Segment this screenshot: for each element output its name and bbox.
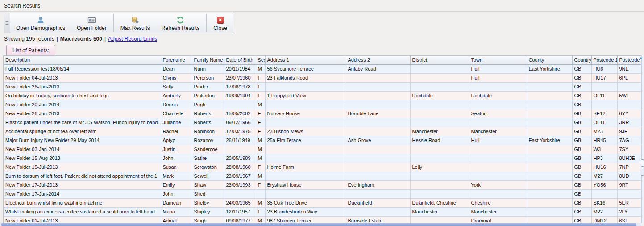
- table-row[interactable]: Electrical burn whilst fixing washing ma…: [4, 198, 641, 207]
- cell: F: [256, 109, 265, 118]
- cell: F: [256, 73, 265, 82]
- cell: [527, 109, 572, 118]
- cell: GB: [572, 189, 591, 198]
- table-row[interactable]: Burn to dorsum of left foot. Patient did…: [4, 172, 641, 180]
- cell: GB: [572, 64, 591, 73]
- refresh-results-button[interactable]: Refresh Results: [156, 13, 205, 33]
- cell: M: [256, 172, 265, 180]
- horizontal-scrollbar[interactable]: [0, 223, 641, 226]
- cell: [617, 82, 641, 91]
- table-row[interactable]: New Folder 26-Jun-2013ChantelleRoberts15…: [4, 109, 641, 118]
- cell: SE12: [591, 109, 617, 118]
- cell: [527, 73, 572, 82]
- cell: Rochdale: [469, 91, 527, 100]
- table-row[interactable]: Accidental spillage of hot tea over left…: [4, 127, 641, 136]
- cell: 23/09/1993: [224, 180, 256, 189]
- cell: [224, 100, 256, 109]
- cell: Bramble Lane: [346, 109, 410, 118]
- table-row[interactable]: New Folder 03-Jan-2014JustinSandercoeMGB…: [4, 145, 641, 154]
- table-row[interactable]: New Folder 15-Jul-2013SusanScrowston28/0…: [4, 163, 641, 172]
- cell: John: [161, 189, 192, 198]
- status-separator: |: [57, 36, 58, 42]
- column-header-address-2[interactable]: Address 2: [346, 56, 410, 64]
- cell: New Folder 26-Jun-2013: [4, 109, 161, 118]
- cell: [346, 100, 410, 109]
- toolbar-grip-handle[interactable]: ☰: [4, 13, 10, 33]
- cell: 6YY: [617, 109, 641, 118]
- toolbar-separator: [206, 14, 207, 32]
- adjust-record-limits-link[interactable]: Adjust Record Limits: [108, 36, 157, 42]
- column-header-description[interactable]: Description: [4, 56, 161, 64]
- cell: [527, 189, 572, 198]
- column-header-label: Sex: [258, 57, 266, 63]
- cell: Hull: [469, 64, 527, 73]
- column-header-postcode-2[interactable]: Postcode 2: [617, 56, 641, 64]
- column-header-sex[interactable]: Sex: [256, 56, 265, 64]
- cell: Manchester: [410, 207, 469, 216]
- tab-list-of-patients[interactable]: List of Patients:: [6, 45, 55, 55]
- cell: Cheshire: [469, 198, 527, 207]
- close-button[interactable]: ✕ Close: [208, 13, 233, 33]
- column-header-town[interactable]: Town: [469, 56, 527, 64]
- column-header-family-name[interactable]: Family Name△: [192, 56, 224, 64]
- column-header-district[interactable]: District: [410, 56, 469, 64]
- column-header-county[interactable]: County: [527, 56, 572, 64]
- cell: New Folder 15-Aug-2013: [4, 154, 161, 163]
- cell: [527, 163, 572, 172]
- cell: [410, 100, 469, 109]
- cell: [617, 100, 641, 109]
- tab-label: List of Patients:: [12, 47, 49, 54]
- cell: 28/08/1960: [224, 163, 256, 172]
- cell: GB: [572, 127, 591, 136]
- column-header-label: County: [529, 57, 544, 63]
- column-header-date-of-birth[interactable]: Date of Birth: [224, 56, 256, 64]
- table-row[interactable]: New Folder 26-Jun-2013SallyPinder17/08/1…: [4, 82, 641, 91]
- cell: 8UH3E: [617, 154, 641, 163]
- cell: Sandercoe: [192, 145, 224, 154]
- table-row[interactable]: New Folder 17-Jul-2013EmilyShaw23/09/199…: [4, 180, 641, 189]
- cell: Shaw: [192, 180, 224, 189]
- column-header-forename[interactable]: Forename: [161, 56, 192, 64]
- table-row[interactable]: Major Burn Injury New Folder 29-May-2014…: [4, 136, 641, 145]
- cell: 23/07/1960: [224, 73, 256, 82]
- open-folder-label: Open Folder: [77, 25, 107, 31]
- scroll-up-arrow-icon[interactable]: ▲: [639, 56, 643, 60]
- column-header-country[interactable]: Country: [572, 56, 591, 64]
- cell: Manchester: [469, 127, 527, 136]
- cell: [346, 127, 410, 136]
- table-row[interactable]: New Folder 17-Jan-2014JohnShedGB: [4, 189, 641, 198]
- table-row[interactable]: Full Regression test 18/06/14DeanNunn20/…: [4, 64, 641, 73]
- cell: [410, 82, 469, 91]
- window-title: Search Results: [4, 3, 40, 9]
- max-results-button[interactable]: Max Results: [115, 13, 156, 33]
- open-folder-button[interactable]: Open Folder: [71, 13, 112, 33]
- table-row[interactable]: Plastics patient under the care of Mr J …: [4, 118, 641, 127]
- cell: Maria: [161, 207, 192, 216]
- column-header-label: Date of Birth: [226, 57, 253, 63]
- cell: 9RT: [617, 180, 641, 189]
- table-row[interactable]: New Folder 04-Jul-2013GlynisPererson23/0…: [4, 73, 641, 82]
- table-row[interactable]: New Folder 20-Jan-2014DennisPughMGB: [4, 100, 641, 109]
- cell: HU6: [591, 64, 617, 73]
- open-demographics-button[interactable]: Open Demographics: [10, 13, 71, 33]
- cell: GB: [572, 100, 591, 109]
- column-header-label: Forename: [163, 57, 185, 63]
- vertical-scrollbar[interactable]: ▲ ☰: [641, 55, 644, 223]
- tab-strip: List of Patients:: [0, 43, 644, 55]
- table-row[interactable]: On holiday in Turkey, sunburn to chest a…: [4, 91, 641, 100]
- column-header-postcode-1[interactable]: Postcode 1: [591, 56, 617, 64]
- cell: [410, 145, 469, 154]
- cell: [527, 207, 572, 216]
- person-icon: [37, 16, 45, 25]
- cell: [346, 154, 410, 163]
- cell: 15/05/2002: [224, 109, 256, 118]
- horizontal-scrollbar-thumb[interactable]: [1, 223, 636, 226]
- cell: Damean: [161, 198, 192, 207]
- cell: New Folder 03-Jan-2014: [4, 145, 161, 154]
- cell: 23 Bishop Mews: [265, 127, 346, 136]
- column-header-address-1[interactable]: Address 1: [265, 56, 346, 64]
- vertical-scrollbar-thumb[interactable]: ☰: [641, 159, 644, 176]
- table-row[interactable]: New Folder 15-Aug-2013JohnSatire20/05/19…: [4, 154, 641, 163]
- table-row[interactable]: Whilst making an expresso coffee sustain…: [4, 207, 641, 216]
- cell: 2LY: [617, 207, 641, 216]
